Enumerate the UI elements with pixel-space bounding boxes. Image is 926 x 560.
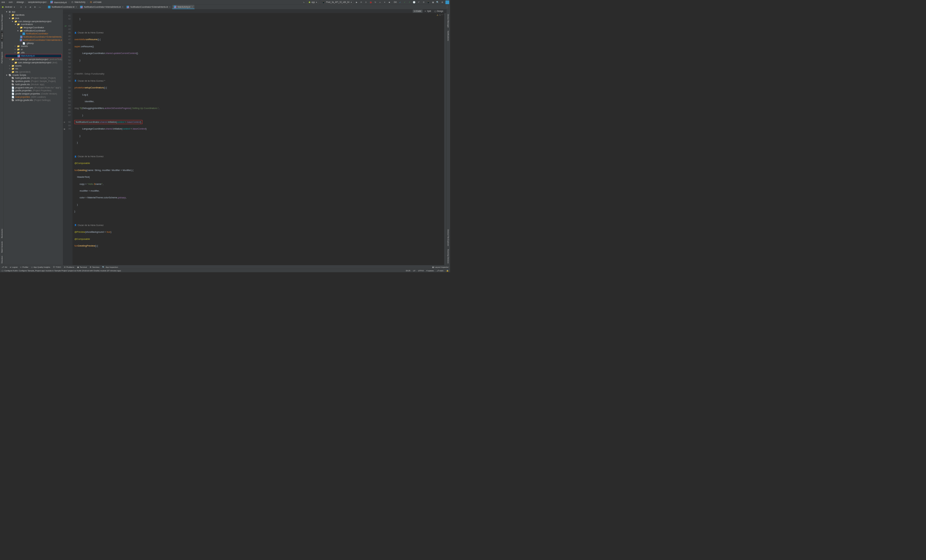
tree-item[interactable]: ›📁res <box>4 67 63 70</box>
debug-icon[interactable]: 🐞 <box>369 1 372 4</box>
logcat-button[interactable]: ≡ Logcat <box>10 266 18 268</box>
notifications-tab[interactable]: Notifications <box>447 29 449 43</box>
editor-tab-active[interactable]: MainActivity.kt× <box>172 5 195 9</box>
project-tree[interactable]: ▾▣app ›📁manifests ▾📁java ▾📁com.delasign.… <box>4 9 64 265</box>
expand-icon[interactable]: ≡ <box>24 6 27 9</box>
layout-inspector-button[interactable]: ▦ Layout Inspector <box>432 266 449 268</box>
avatar[interactable] <box>445 0 449 4</box>
git-pull-icon[interactable]: ↙ <box>399 1 402 4</box>
editor-tab[interactable]: NotificationCoordinator+InternalIntents.… <box>79 5 125 9</box>
tree-item[interactable]: 🐘settings.gradle.kts (Project Settings) <box>4 98 63 101</box>
tree-item[interactable]: ›📁ui <box>4 48 63 51</box>
breadcrumb-item[interactable]: MainActivity.kt <box>50 1 68 3</box>
split-mode-button[interactable]: ⫟ Split <box>423 10 433 12</box>
git-commit-icon[interactable]: ✓ <box>403 1 406 4</box>
tree-item[interactable]: 📄gradle-wrapper.properties (Gradle Versi… <box>4 92 63 95</box>
tree-item[interactable]: NotificationCoordinator <box>4 32 63 35</box>
tree-item[interactable]: ›📁models <box>4 45 63 48</box>
profiler-button[interactable]: ⌾ Profiler <box>20 266 28 268</box>
breadcrumb-item[interactable]: ⓒ MainActivity <box>71 1 87 4</box>
breadcrumb-item[interactable]: com <box>8 1 13 3</box>
tree-item-mainactivity[interactable]: MainActivity.kt <box>5 54 62 58</box>
nav-back-icon[interactable]: ↘ <box>302 1 306 4</box>
tree-item[interactable]: 🐘build.gradle.kts (Project: Sample_Proje… <box>4 77 63 80</box>
step-icon[interactable]: ≡ <box>364 1 368 4</box>
agp-upgrade-icon[interactable]: ✦ <box>383 1 386 4</box>
tree-item[interactable]: ›📁com.delasign.samplestarterproject (and… <box>4 58 63 61</box>
collapse-icon[interactable]: ≢ <box>29 6 32 9</box>
history-icon[interactable]: 🕐 <box>413 1 416 4</box>
run-button[interactable]: ▶ <box>355 1 358 4</box>
device-file-explorer-tab[interactable]: Device File Explorer <box>447 228 449 248</box>
cursor-position[interactable]: 33:25 <box>406 269 411 272</box>
code-editor[interactable]: ⚠ 1 ^˅ 41 42 o↑43 44 45 46 47 48 49 50 <box>63 13 446 265</box>
locate-icon[interactable]: ⊙ <box>20 6 23 9</box>
design-mode-button[interactable]: ▢ Design <box>433 10 445 12</box>
tab-menu-icon[interactable]: ⋮ <box>444 5 450 9</box>
editor-tab[interactable]: NotificationCoordinator.kt× <box>46 5 79 9</box>
tree-item[interactable]: 📄local.properties (SDK Location) <box>4 95 63 99</box>
breadcrumb-item[interactable]: samplestarterproject <box>27 1 47 3</box>
file-encoding[interactable]: UTF-8 <box>418 269 424 272</box>
tree-item[interactable]: ›📁utils <box>4 51 63 54</box>
todo-button[interactable]: ☰ TODO <box>53 266 61 268</box>
attach-icon[interactable]: ⟳ <box>360 1 363 4</box>
lock-icon[interactable]: 🔒 <box>446 269 449 272</box>
tree-item[interactable]: NotificationCoordinator+ExternalIntents. <box>4 35 63 39</box>
tree-item[interactable]: 📁res (generated) <box>4 70 63 74</box>
run-gutter-icon[interactable]: ▣ <box>64 127 65 131</box>
editor-scrollbar[interactable] <box>444 13 446 265</box>
close-icon[interactable]: × <box>169 6 170 8</box>
search-icon[interactable]: 🔍 <box>436 1 439 4</box>
tree-item[interactable]: 🐘build.gradle.kts (Module :app) <box>4 83 63 86</box>
avd-icon[interactable]: ▦ <box>431 1 435 4</box>
close-icon[interactable]: × <box>122 6 124 8</box>
tree-item[interactable]: 🐘spotless.gradle (Project: Sample_Projec… <box>4 80 63 83</box>
breadcrumb-item[interactable]: ⓜ onCreate <box>89 1 103 4</box>
tree-item[interactable]: ›📁manifests <box>4 14 63 17</box>
project-view-selector[interactable]: ⬢ Android ▾ ⊙ ≡ ≢ ⚙ — <box>0 6 44 9</box>
breadcrumb-item[interactable]: ava <box>1 1 6 3</box>
breadcrumb-item[interactable]: delasign <box>16 1 24 3</box>
device-icon[interactable]: 📱 <box>427 1 430 4</box>
git-tool-button[interactable]: ⎇ Git <box>2 266 7 268</box>
profile-icon[interactable]: ⌾ <box>378 1 382 4</box>
editor-tab[interactable]: NotificationCoordinator+ExternalIntents.… <box>125 5 172 9</box>
tree-item[interactable]: ▾📁notificationCoordinator <box>4 29 63 32</box>
project-tab[interactable]: Project <box>1 32 3 41</box>
line-separator[interactable]: LF <box>413 269 415 272</box>
tree-item[interactable]: ▾🐘Gradle Scripts <box>4 73 63 77</box>
pull-requests-tab[interactable]: Pull Requests <box>1 50 3 65</box>
services-button[interactable]: ⚙ Services <box>90 266 100 268</box>
close-icon[interactable]: × <box>76 6 77 8</box>
close-icon[interactable]: × <box>192 6 193 8</box>
indent-setting[interactable]: 4 spaces <box>426 269 434 272</box>
git-push-icon[interactable]: ↗ <box>408 1 411 4</box>
hide-icon[interactable]: — <box>38 6 41 9</box>
tree-item[interactable]: ▾📁java <box>4 17 63 20</box>
tree-item[interactable]: 📄gradle.properties (Project Properties) <box>4 89 63 92</box>
device-manager-tab[interactable]: Device Manager <box>447 12 449 29</box>
gear-icon[interactable]: ⚙ <box>33 6 37 9</box>
tool-window-icon[interactable]: ▢ <box>2 269 3 272</box>
status-message[interactable]: Configure Kotlin: Configure 'Sample_Proj… <box>4 269 121 272</box>
tree-item[interactable]: ▾📁com.delasign.samplestarterproject <box>4 20 63 23</box>
terminal-button[interactable]: ▣ Terminal <box>77 266 87 268</box>
gear-gutter-icon[interactable]: ⚙ <box>64 120 65 124</box>
tree-item[interactable]: NotificationCoordinator+InternalIntents.… <box>4 39 63 42</box>
resource-manager-tab[interactable]: Resource Manager <box>1 12 3 32</box>
code-mode-button[interactable]: ≡ Code <box>413 10 422 12</box>
problems-button[interactable]: ⊘ Problems <box>64 266 74 268</box>
tree-item[interactable]: ›📁com.delasign.samplestarterproject (tes… <box>4 61 63 64</box>
running-devices-tab[interactable]: Running Devices <box>447 248 449 265</box>
tree-item[interactable]: ▾▣app <box>4 10 63 14</box>
tree-item[interactable]: ›📁languageCoordinator <box>4 26 63 29</box>
coverage-icon[interactable]: ↻ <box>374 1 377 4</box>
tree-item[interactable]: ▾📁coordinators <box>4 23 63 26</box>
app-inspection-button[interactable]: 🔍 App Inspection <box>102 266 118 268</box>
run-config-selector[interactable]: ⬢ app ▾ <box>307 0 319 4</box>
app-quality-button[interactable]: ◇ App Quality Insights <box>31 266 50 268</box>
inspection-widget[interactable]: ⚠ 1 ^˅ <box>437 14 444 16</box>
gutter[interactable]: 41 42 o↑43 44 45 46 47 48 49 50 51 52 53… <box>63 13 72 265</box>
git-branch[interactable]: ⎇ main <box>437 269 443 272</box>
